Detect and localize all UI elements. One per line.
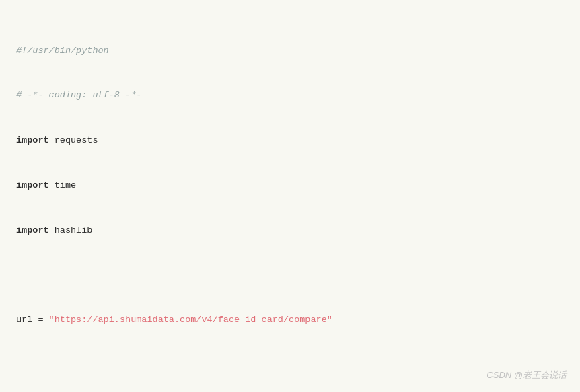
line-4: import time <box>16 178 564 193</box>
line-2: # -*- coding: utf-8 -*- <box>16 88 564 103</box>
line-8 <box>16 358 564 373</box>
watermark: CSDN @老王会说话 <box>486 369 567 381</box>
code-container: #!/usr/bin/python # -*- coding: utf-8 -*… <box>0 0 580 392</box>
line-3: import requests <box>16 133 564 148</box>
line-6 <box>16 268 564 283</box>
line-5: import hashlib <box>16 223 564 238</box>
line-7: url = "https://api.shumaidata.com/v4/fac… <box>16 313 564 327</box>
line-1: #!/usr/bin/python <box>16 44 564 58</box>
code-block: #!/usr/bin/python # -*- coding: utf-8 -*… <box>16 13 564 392</box>
